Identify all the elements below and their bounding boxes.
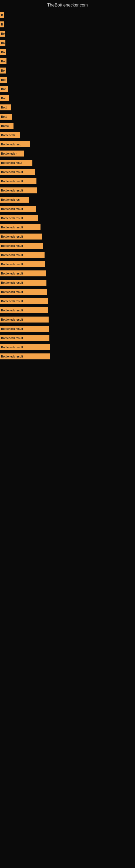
bar-label: Bottleneck result [1,337,23,340]
bar-row: Bottleneck [0,131,135,138]
bar-row: Bottleneck resul [0,159,135,166]
bar-row: Bottleneck result [0,251,135,258]
bar: Bottleneck result [0,187,37,193]
bar-label: Bottleneck result [1,217,23,220]
bar: Bot [0,86,8,92]
bar-label: Bottleneck resu [1,143,21,146]
bar-label: Bottleneck result [1,281,23,284]
bar: Bottleneck result [0,280,46,286]
bar-label: B [1,14,3,17]
bar-label: Bottleneck result [1,170,23,174]
bar-row: Bottleneck result [0,288,135,296]
bar: Bo [0,49,6,55]
bar-row: Bottleneck result [0,270,135,277]
bar-row: Bottleneck result [0,215,135,222]
bar: Bottl [0,104,11,111]
bar-row: Bottleneck result [0,325,135,332]
bar-row: Bottleneck result [0,187,135,194]
bars-container: BBBoBoBoBotBoBotBotBottBottlBottlBottleB… [0,9,135,365]
bar: B [0,22,4,27]
bar-label: Bot [1,60,6,63]
bar-row: Bot [0,86,135,93]
bar: Bot [0,58,6,64]
bar-label: Bottleneck result [1,300,23,303]
bar: Bottleneck result [0,224,41,230]
bar-label: Bottleneck result [1,290,23,293]
bar: Bottleneck result [0,234,42,240]
bar-label: Bot [1,79,6,82]
bar-label: Bottleneck result [1,318,23,321]
bar: Bott [0,95,9,101]
bar-row: Bottleneck result [0,168,135,176]
bar-row: Bottleneck r [0,150,135,157]
bar-row: Bottleneck result [0,261,135,268]
bar: Bottle [0,123,13,129]
bar-label: Bo [1,41,5,44]
bar-label: Bo [1,32,5,35]
bar-row: Bottleneck resu [0,141,135,148]
bar: Bottleneck [0,132,20,138]
bar-label: Bottl [1,115,7,118]
bar-row: Bo [0,67,135,74]
bar: Bottleneck result [0,316,49,322]
bar-row: Bottleneck result [0,344,135,351]
bar: Bottleneck result [0,298,48,304]
bar-label: Bottleneck [1,134,15,137]
site-title: TheBottlenecker.com [0,0,135,9]
bar-row: Bot [0,76,135,83]
bar-label: Bottleneck result [1,180,23,183]
bar-row: Bottle [0,122,135,129]
bar-label: Bottleneck result [1,309,23,312]
bar: Bottleneck result [0,261,45,267]
bar: Bot [0,77,7,83]
bar: Bottleneck result [0,215,38,221]
bar-label: Bottleneck result [1,355,23,358]
bar-label: Bottleneck result [1,263,23,266]
bar: B [0,12,4,18]
bar-row: Bottl [0,113,135,120]
bar-label: Bottle [1,124,9,127]
bar-row: Bo [0,30,135,37]
bar-label: Bottleneck res [1,198,20,201]
bar: Bottleneck result [0,243,43,249]
bar: Bottl [0,114,12,120]
bar: Bottleneck r [0,151,24,156]
bar: Bottleneck result [0,206,36,212]
bar-label: Bottleneck result [1,254,23,257]
bar: Bottleneck resul [0,160,32,166]
bar-row: Bottleneck result [0,279,135,286]
bar: Bottleneck result [0,289,47,295]
bar-row: Bottleneck result [0,335,135,341]
bar-label: Bottleneck result [1,346,23,349]
bar-row: B [0,12,135,19]
bar-label: Bo [1,69,5,72]
bar: Bottleneck result [0,271,46,276]
bar: Bottleneck result [0,326,49,332]
bar-row: Bottleneck result [0,298,135,305]
bar: Bottleneck result [0,335,49,341]
bar-label: Bottl [1,106,7,109]
bar-row: Bottleneck result [0,316,135,323]
bar-row: Bottleneck result [0,178,135,185]
bar-row: Bottleneck result [0,233,135,240]
bar: Bo [0,67,6,73]
bar-row: Bottleneck result [0,242,135,249]
bar-row: Bottleneck res [0,196,135,203]
bar-label: B [1,23,3,26]
bar: Bottleneck result [0,178,37,184]
bar-row: Bottleneck result [0,224,135,231]
bar-label: Bottleneck result [1,272,23,275]
bar-label: Bo [1,51,5,54]
bar-label: Bott [1,97,6,100]
bar: Bottleneck res [0,197,29,203]
bar-label: Bottleneck result [1,208,23,211]
bar-label: Bottleneck result [1,235,23,238]
bar: Bottleneck result [0,344,50,350]
bar-row: Bottleneck result [0,205,135,212]
bar-label: Bottleneck r [1,152,17,155]
bar-row: B [0,21,135,28]
bar-row: Bot [0,58,135,65]
bar-row: Bottleneck result [0,307,135,314]
bar-label: Bottleneck result [1,328,23,330]
bar: Bottleneck result [0,307,48,313]
